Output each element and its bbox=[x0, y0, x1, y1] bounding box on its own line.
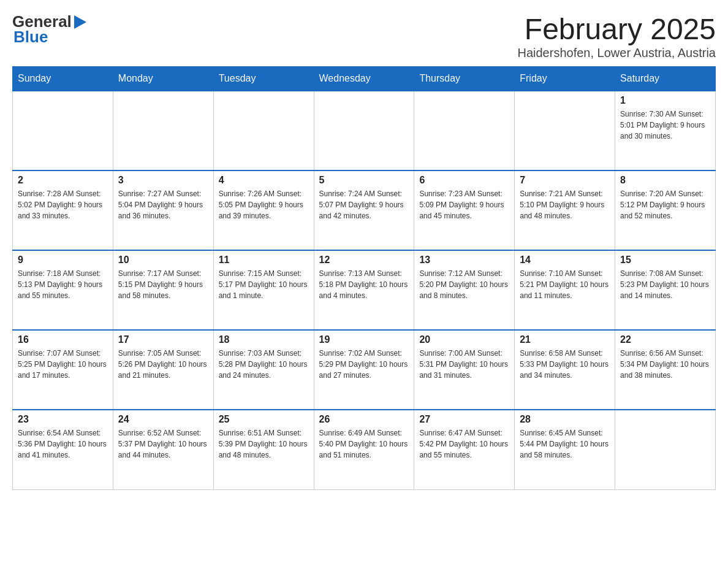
calendar-cell: 7Sunrise: 7:21 AM Sunset: 5:10 PM Daylig… bbox=[515, 170, 615, 250]
day-number: 2 bbox=[18, 175, 108, 186]
calendar-cell: 3Sunrise: 7:27 AM Sunset: 5:04 PM Daylig… bbox=[113, 170, 213, 250]
day-number: 22 bbox=[620, 334, 710, 345]
title-block: February 2025 Haidershofen, Lower Austri… bbox=[517, 12, 716, 60]
calendar-cell: 8Sunrise: 7:20 AM Sunset: 5:12 PM Daylig… bbox=[615, 170, 716, 250]
day-number: 8 bbox=[620, 175, 710, 186]
calendar-cell bbox=[213, 91, 314, 170]
day-number: 15 bbox=[620, 255, 710, 266]
calendar-cell: 4Sunrise: 7:26 AM Sunset: 5:05 PM Daylig… bbox=[213, 170, 314, 250]
day-info: Sunrise: 7:28 AM Sunset: 5:02 PM Dayligh… bbox=[18, 188, 108, 221]
day-info: Sunrise: 7:23 AM Sunset: 5:09 PM Dayligh… bbox=[419, 188, 509, 221]
calendar-cell: 16Sunrise: 7:07 AM Sunset: 5:25 PM Dayli… bbox=[13, 330, 113, 410]
calendar-header-row: SundayMondayTuesdayWednesdayThursdayFrid… bbox=[13, 67, 716, 91]
day-number: 17 bbox=[118, 334, 208, 345]
calendar-cell: 2Sunrise: 7:28 AM Sunset: 5:02 PM Daylig… bbox=[13, 170, 113, 250]
day-info: Sunrise: 7:08 AM Sunset: 5:23 PM Dayligh… bbox=[620, 268, 710, 301]
day-number: 23 bbox=[18, 414, 108, 425]
calendar-table: SundayMondayTuesdayWednesdayThursdayFrid… bbox=[12, 66, 716, 490]
day-info: Sunrise: 7:20 AM Sunset: 5:12 PM Dayligh… bbox=[620, 188, 710, 221]
day-number: 27 bbox=[419, 414, 509, 425]
calendar-day-header: Saturday bbox=[615, 67, 716, 91]
day-number: 3 bbox=[118, 175, 208, 186]
day-number: 18 bbox=[219, 334, 309, 345]
day-number: 11 bbox=[219, 255, 309, 266]
calendar-cell: 28Sunrise: 6:45 AM Sunset: 5:44 PM Dayli… bbox=[515, 410, 615, 489]
calendar-cell: 21Sunrise: 6:58 AM Sunset: 5:33 PM Dayli… bbox=[515, 330, 615, 410]
calendar-cell: 14Sunrise: 7:10 AM Sunset: 5:21 PM Dayli… bbox=[515, 250, 615, 330]
day-info: Sunrise: 7:26 AM Sunset: 5:05 PM Dayligh… bbox=[219, 188, 309, 221]
day-info: Sunrise: 6:51 AM Sunset: 5:39 PM Dayligh… bbox=[219, 427, 309, 461]
page-title: February 2025 bbox=[517, 12, 716, 46]
day-info: Sunrise: 7:05 AM Sunset: 5:26 PM Dayligh… bbox=[118, 348, 208, 381]
day-number: 19 bbox=[319, 334, 409, 345]
day-number: 25 bbox=[219, 414, 309, 425]
calendar-cell: 20Sunrise: 7:00 AM Sunset: 5:31 PM Dayli… bbox=[414, 330, 515, 410]
day-info: Sunrise: 7:03 AM Sunset: 5:28 PM Dayligh… bbox=[219, 348, 309, 381]
day-number: 6 bbox=[419, 175, 509, 186]
day-info: Sunrise: 7:00 AM Sunset: 5:31 PM Dayligh… bbox=[419, 348, 509, 381]
calendar-cell: 18Sunrise: 7:03 AM Sunset: 5:28 PM Dayli… bbox=[213, 330, 314, 410]
day-info: Sunrise: 7:07 AM Sunset: 5:25 PM Dayligh… bbox=[18, 348, 108, 381]
day-number: 21 bbox=[520, 334, 610, 345]
calendar-cell bbox=[13, 91, 113, 170]
day-info: Sunrise: 7:02 AM Sunset: 5:29 PM Dayligh… bbox=[319, 348, 409, 381]
day-info: Sunrise: 6:54 AM Sunset: 5:36 PM Dayligh… bbox=[18, 427, 108, 461]
calendar-day-header: Monday bbox=[113, 67, 213, 91]
calendar-cell: 12Sunrise: 7:13 AM Sunset: 5:18 PM Dayli… bbox=[314, 250, 414, 330]
calendar-cell bbox=[314, 91, 414, 170]
day-info: Sunrise: 7:24 AM Sunset: 5:07 PM Dayligh… bbox=[319, 188, 409, 221]
calendar-week-row: 9Sunrise: 7:18 AM Sunset: 5:13 PM Daylig… bbox=[13, 250, 716, 330]
day-number: 26 bbox=[319, 414, 409, 425]
day-info: Sunrise: 6:49 AM Sunset: 5:40 PM Dayligh… bbox=[319, 427, 409, 461]
day-info: Sunrise: 7:18 AM Sunset: 5:13 PM Dayligh… bbox=[18, 268, 108, 301]
day-number: 7 bbox=[520, 175, 610, 186]
calendar-cell: 1Sunrise: 7:30 AM Sunset: 5:01 PM Daylig… bbox=[615, 91, 716, 170]
logo: General Blue bbox=[12, 12, 86, 47]
day-info: Sunrise: 7:12 AM Sunset: 5:20 PM Dayligh… bbox=[419, 268, 509, 301]
day-number: 1 bbox=[620, 95, 710, 106]
day-info: Sunrise: 7:15 AM Sunset: 5:17 PM Dayligh… bbox=[219, 268, 309, 301]
calendar-cell: 13Sunrise: 7:12 AM Sunset: 5:20 PM Dayli… bbox=[414, 250, 515, 330]
calendar-cell: 15Sunrise: 7:08 AM Sunset: 5:23 PM Dayli… bbox=[615, 250, 716, 330]
calendar-cell: 25Sunrise: 6:51 AM Sunset: 5:39 PM Dayli… bbox=[213, 410, 314, 489]
day-number: 13 bbox=[419, 255, 509, 266]
day-number: 4 bbox=[219, 175, 309, 186]
logo-arrow-icon bbox=[74, 15, 86, 29]
day-info: Sunrise: 7:30 AM Sunset: 5:01 PM Dayligh… bbox=[620, 109, 710, 142]
calendar-day-header: Thursday bbox=[414, 67, 515, 91]
day-number: 24 bbox=[118, 414, 208, 425]
day-info: Sunrise: 7:27 AM Sunset: 5:04 PM Dayligh… bbox=[118, 188, 208, 221]
calendar-week-row: 23Sunrise: 6:54 AM Sunset: 5:36 PM Dayli… bbox=[13, 410, 716, 489]
calendar-cell bbox=[113, 91, 213, 170]
calendar-cell: 11Sunrise: 7:15 AM Sunset: 5:17 PM Dayli… bbox=[213, 250, 314, 330]
day-number: 14 bbox=[520, 255, 610, 266]
day-info: Sunrise: 6:47 AM Sunset: 5:42 PM Dayligh… bbox=[419, 427, 509, 461]
day-number: 10 bbox=[118, 255, 208, 266]
day-number: 12 bbox=[319, 255, 409, 266]
calendar-cell: 5Sunrise: 7:24 AM Sunset: 5:07 PM Daylig… bbox=[314, 170, 414, 250]
calendar-week-row: 16Sunrise: 7:07 AM Sunset: 5:25 PM Dayli… bbox=[13, 330, 716, 410]
day-info: Sunrise: 6:45 AM Sunset: 5:44 PM Dayligh… bbox=[520, 427, 610, 461]
logo-blue-text: Blue bbox=[13, 28, 48, 47]
calendar-week-row: 1Sunrise: 7:30 AM Sunset: 5:01 PM Daylig… bbox=[13, 91, 716, 170]
day-info: Sunrise: 6:56 AM Sunset: 5:34 PM Dayligh… bbox=[620, 348, 710, 381]
calendar-cell: 27Sunrise: 6:47 AM Sunset: 5:42 PM Dayli… bbox=[414, 410, 515, 489]
calendar-cell: 23Sunrise: 6:54 AM Sunset: 5:36 PM Dayli… bbox=[13, 410, 113, 489]
day-number: 9 bbox=[18, 255, 108, 266]
day-number: 28 bbox=[520, 414, 610, 425]
calendar-cell bbox=[414, 91, 515, 170]
calendar-cell bbox=[515, 91, 615, 170]
calendar-day-header: Friday bbox=[515, 67, 615, 91]
day-number: 20 bbox=[419, 334, 509, 345]
day-number: 5 bbox=[319, 175, 409, 186]
calendar-cell: 9Sunrise: 7:18 AM Sunset: 5:13 PM Daylig… bbox=[13, 250, 113, 330]
calendar-day-header: Sunday bbox=[13, 67, 113, 91]
calendar-day-header: Wednesday bbox=[314, 67, 414, 91]
day-info: Sunrise: 7:10 AM Sunset: 5:21 PM Dayligh… bbox=[520, 268, 610, 301]
calendar-cell: 6Sunrise: 7:23 AM Sunset: 5:09 PM Daylig… bbox=[414, 170, 515, 250]
calendar-week-row: 2Sunrise: 7:28 AM Sunset: 5:02 PM Daylig… bbox=[13, 170, 716, 250]
calendar-cell: 26Sunrise: 6:49 AM Sunset: 5:40 PM Dayli… bbox=[314, 410, 414, 489]
day-info: Sunrise: 7:21 AM Sunset: 5:10 PM Dayligh… bbox=[520, 188, 610, 221]
calendar-day-header: Tuesday bbox=[213, 67, 314, 91]
calendar-cell bbox=[615, 410, 716, 489]
